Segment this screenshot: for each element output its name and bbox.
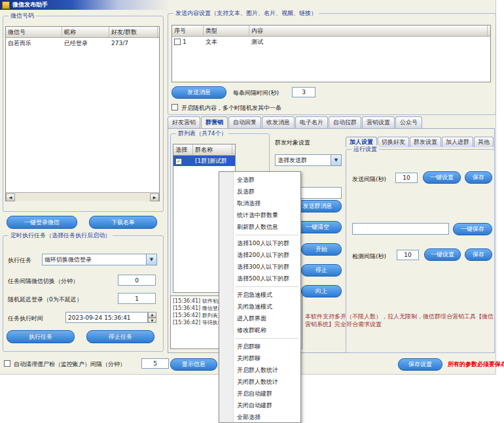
send-interval-input[interactable]: 10 xyxy=(395,173,418,183)
tab-messages[interactable]: 收发消息 xyxy=(262,116,295,128)
col-group-name[interactable]: 群名称 xyxy=(193,144,232,155)
tab-group-marketing[interactable]: 群营销 xyxy=(201,116,228,128)
menu-item-autocreate-on[interactable]: 开启自动建群 xyxy=(219,388,300,399)
save-check-button[interactable]: 保存 xyxy=(465,248,492,261)
cleanup-label: 自动清理僵尸粉（监控账户）间隔（分钟） xyxy=(14,360,126,369)
tab-marketing-settings[interactable]: 营销设置 xyxy=(362,116,395,128)
tab-ecard[interactable]: 电子名片 xyxy=(295,116,328,128)
friend-keyword-input[interactable] xyxy=(352,223,449,235)
menu-item-select-every[interactable]: 全部选择 xyxy=(219,411,300,423)
check-interval-input[interactable]: 10 xyxy=(397,250,419,260)
show-info-button[interactable]: 显示信息 xyxy=(170,358,217,371)
scroll-left-icon[interactable]: ◀ xyxy=(6,194,15,201)
account-row[interactable]: 自若而乐 已经登录 273/7 xyxy=(6,38,159,48)
download-list-button[interactable]: 下载名单 xyxy=(89,216,157,229)
col-type[interactable]: 类型 xyxy=(204,25,249,36)
col-account[interactable]: 微信号 xyxy=(6,27,62,37)
account-counts: 273/7 xyxy=(109,40,158,46)
spinner-up-icon[interactable]: ▲ xyxy=(148,312,156,318)
msg-interval-label: 每条间隔时间(秒) xyxy=(233,89,279,97)
menu-item-under-500[interactable]: 选择500人以下的群 xyxy=(219,273,300,284)
accounts-table-header: 微信号 昵称 好友/群数 xyxy=(6,27,159,38)
menu-item-autocreate-off[interactable]: 关闭自动建群 xyxy=(219,399,300,411)
menu-item-under-200[interactable]: 选择200人以下的群 xyxy=(219,249,300,261)
schedule-group-label: 定时执行任务（选择任务执行后启动） xyxy=(9,231,113,240)
menu-item-fast-on[interactable]: 开启急速模式 xyxy=(219,289,300,301)
group-list-header: 选择 群名称 xyxy=(173,144,235,156)
task-select-value: 循环切换微信登录 xyxy=(43,256,146,264)
menu-item-chat-off[interactable]: 关闭群聊 xyxy=(219,352,300,364)
window-title: 微信发布助手 xyxy=(12,1,48,9)
chevron-down-icon[interactable]: ▼ xyxy=(331,155,341,165)
tab-join-group[interactable]: 加人进群 xyxy=(442,137,473,147)
menu-item-under-300[interactable]: 选择300人以下的群 xyxy=(219,261,300,273)
col-select[interactable]: 选择 xyxy=(173,144,193,155)
exec-time-spinner[interactable]: ▲ ▼ xyxy=(148,312,156,323)
tab-official-account[interactable]: 公众号 xyxy=(395,116,422,128)
menu-item-rename[interactable]: 修改群昵称 xyxy=(219,324,300,336)
content-table[interactable]: 序号 类型 内容 1 文本 测试 xyxy=(171,25,491,82)
content-row[interactable]: 1 文本 测试 xyxy=(172,37,490,47)
exec-time-input[interactable]: 2023-09-24 15:36:41 xyxy=(65,312,148,323)
task-interval-input[interactable]: 0 xyxy=(118,275,156,286)
menu-item-under-100[interactable]: 选择100人以下的群 xyxy=(219,237,300,249)
quick-set2-button[interactable]: 一键设置 xyxy=(424,248,461,261)
accounts-hscrollbar[interactable]: ◀ ▶ xyxy=(6,192,159,201)
menu-item-select-all[interactable]: 全选群 xyxy=(219,174,300,186)
col-status[interactable]: 昵称 xyxy=(62,27,109,37)
group-list-label: 群列表（共74个） xyxy=(176,129,228,138)
menu-item-enter-group[interactable]: 进入群界面 xyxy=(219,313,300,324)
save-friend-button[interactable]: 一键保存 xyxy=(453,223,492,235)
menu-item-count-selected[interactable]: 统计选中群数量 xyxy=(219,209,300,221)
menu-item-count-off[interactable]: 关闭群人数统计 xyxy=(219,376,300,388)
col-counts[interactable]: 好友/群数 xyxy=(109,27,158,37)
delay-input[interactable]: 1 xyxy=(118,293,156,304)
group-row[interactable]: ✓ [1群]测试群 xyxy=(173,156,235,166)
tab-bulk-settings[interactable]: 群发设置 xyxy=(410,137,441,147)
col-content[interactable]: 内容 xyxy=(249,25,488,36)
quick-set-button[interactable]: 一键设置 xyxy=(423,171,461,184)
target-select[interactable]: 选择发送群 ▼ xyxy=(275,154,342,166)
move-up-button[interactable]: 向上 xyxy=(301,285,342,297)
tab-switch-friend[interactable]: 切换好友 xyxy=(378,137,409,147)
content-row-text: 测试 xyxy=(249,38,488,46)
save-interval-button[interactable]: 保存 xyxy=(465,171,492,184)
account-name: 自若而乐 xyxy=(6,39,62,48)
menu-item-fast-off[interactable]: 关闭急速模式 xyxy=(219,301,300,313)
menu-item-chat-on[interactable]: 开启群聊 xyxy=(219,341,300,352)
start-button[interactable]: 开始 xyxy=(301,243,342,256)
menu-item-deselect[interactable]: 取消选择 xyxy=(219,197,300,209)
menu-item-refresh-counts[interactable]: 刷新群人数信息 xyxy=(219,221,300,233)
content-row-checkbox[interactable] xyxy=(174,39,181,45)
stop-button[interactable]: 停止 xyxy=(301,264,342,277)
tab-friend-marketing[interactable]: 好友营销 xyxy=(168,116,200,128)
scroll-right-icon[interactable]: ▶ xyxy=(150,194,159,201)
chevron-down-icon[interactable]: ▼ xyxy=(146,254,156,265)
task-select[interactable]: 循环切换微信登录 ▼ xyxy=(42,254,157,265)
menu-separator xyxy=(235,286,298,287)
cleanup-interval-input[interactable]: 5 xyxy=(141,358,169,369)
stop-task-button[interactable]: 停止任务 xyxy=(86,330,154,343)
title-bar[interactable]: 微信发布助手 xyxy=(0,0,495,10)
run-settings-label: 运行设置 xyxy=(351,145,379,154)
spinner-down-icon[interactable]: ▼ xyxy=(148,318,156,324)
send-message-button[interactable]: 发送消息 xyxy=(171,86,226,99)
promo-notice: 本软件支持多开（不限人数），拉人无限制，微信群综合营销工具【微信营销系统】完全符… xyxy=(305,313,494,328)
cleanup-checkbox[interactable] xyxy=(4,360,10,367)
tab-other[interactable]: 其他 xyxy=(474,137,494,147)
accounts-table[interactable]: 微信号 昵称 好友/群数 自若而乐 已经登录 273/7 xyxy=(5,26,160,201)
group-row-checkbox[interactable]: ✓ xyxy=(175,158,182,165)
menu-item-invert[interactable]: 反选群 xyxy=(219,186,300,197)
menu-item-count-on[interactable]: 开启群人数统计 xyxy=(219,364,300,376)
run-task-button[interactable]: 执行任务 xyxy=(7,330,75,343)
login-wechat-button[interactable]: 一键登录微信 xyxy=(7,216,77,229)
msg-interval-input[interactable]: 3 xyxy=(292,87,315,97)
col-index[interactable]: 序号 xyxy=(172,25,204,36)
tab-auto-invite[interactable]: 自动拉群 xyxy=(329,116,361,128)
task-interval-label: 任务间隔微信切换（分钟） xyxy=(8,277,79,286)
random-content-checkbox[interactable] xyxy=(171,104,178,110)
menu-separator xyxy=(235,235,298,235)
tab-auto-reply[interactable]: 自动回复 xyxy=(228,116,261,128)
save-settings-button[interactable]: 保存设置 xyxy=(398,358,442,371)
send-interval-label: 发送间隔(秒) xyxy=(352,175,386,184)
